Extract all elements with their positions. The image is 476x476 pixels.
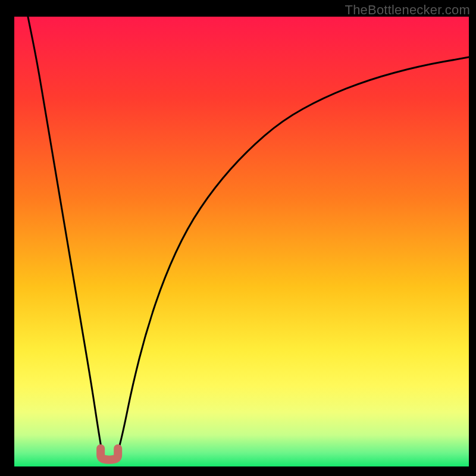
chart-frame: TheBottlenecker.com — [0, 0, 476, 476]
plot-area — [14, 17, 469, 466]
curve-layer — [14, 17, 469, 466]
watermark-text: TheBottlenecker.com — [345, 2, 470, 18]
bottleneck-curve-left — [28, 17, 103, 458]
minimum-marker-icon — [101, 449, 118, 460]
bottleneck-curve-right — [117, 57, 469, 458]
